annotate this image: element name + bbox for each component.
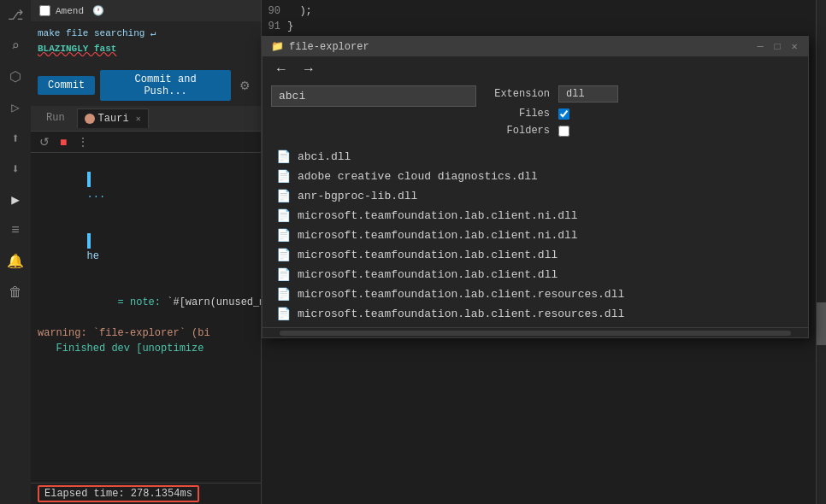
- fe-extension-row: Extension: [490, 85, 618, 103]
- bell-icon[interactable]: 🔔: [3, 249, 27, 273]
- file-icon: 📄: [276, 169, 291, 184]
- fe-file-item[interactable]: 📄microsoft.teamfoundation.lab.client.res…: [263, 304, 808, 324]
- commit-button[interactable]: Commit: [38, 76, 95, 95]
- fe-folders-checkbox[interactable]: [558, 126, 569, 137]
- stop-icon[interactable]: ■: [56, 133, 70, 150]
- file-name: microsoft.teamfoundation.lab.client.reso…: [298, 308, 624, 320]
- file-name: anr-bgproc-lib.dll: [298, 190, 417, 202]
- run-output: ... he = note: `#[warn(unused_mu warning…: [31, 153, 261, 483]
- fe-file-item[interactable]: 📄microsoft.teamfoundation.lab.client.ni.…: [263, 206, 808, 226]
- fe-back-button[interactable]: ←: [271, 62, 292, 77]
- fe-title-icon: 📁: [271, 40, 284, 53]
- output-line: warning: `file-explorer` (bi: [38, 325, 254, 341]
- folders-label: Folders: [490, 125, 550, 137]
- fe-file-item[interactable]: 📄anr-bgproc-lib.dll: [263, 186, 808, 206]
- sc-code-text2: BLAZINGLY fast: [38, 42, 254, 57]
- activity-bar: ⎇ ⌕ ⬡ ▷ ⬆ ⬇ ▶ ≡ 🔔 🗑: [0, 0, 31, 504]
- tauri-tab-label: Tauri: [98, 113, 129, 125]
- fe-titlebar: 📁 file-explorer — □ ✕: [263, 37, 808, 56]
- fe-file-item[interactable]: 📄microsoft.teamfoundation.lab.client.dll: [263, 245, 808, 265]
- file-name: adobe creative cloud diagnostics.dll: [298, 170, 538, 183]
- history-icon: 🕐: [92, 5, 104, 16]
- fe-nav-bar: ← →: [263, 56, 808, 82]
- line-code: );: [287, 3, 312, 19]
- fe-search-input[interactable]: [271, 85, 476, 107]
- file-icon: 📄: [276, 189, 291, 203]
- files-label: Files: [490, 108, 550, 120]
- file-icon: 📄: [276, 149, 291, 164]
- gear-button[interactable]: ⚙: [236, 77, 254, 94]
- output-line: = note: `#[warn(unused_mu: [38, 279, 254, 325]
- line-number: 90: [262, 3, 287, 19]
- vertical-scrollbar[interactable]: [816, 0, 826, 504]
- fe-folders-row: Folders: [490, 125, 618, 137]
- main-content: 90 ); 91 } 📁 file-explorer — □ ✕ ← →: [262, 0, 826, 504]
- fe-title-info: 📁 file-explorer: [271, 40, 369, 53]
- fe-title-text: file-explorer: [289, 41, 369, 53]
- fe-file-item[interactable]: 📄adobe creative cloud diagnostics.dll: [263, 167, 808, 186]
- source-control-icon[interactable]: ⎇: [3, 3, 27, 27]
- file-icon: 📄: [276, 287, 291, 302]
- run-icon[interactable]: ▷: [3, 96, 27, 120]
- file-icon: 📄: [276, 307, 291, 321]
- debug-icon[interactable]: ⬡: [3, 65, 27, 89]
- source-control-panel: Amend 🕐 make file searching ↵ BLAZINGLY …: [31, 0, 262, 504]
- fe-file-item[interactable]: 📄microsoft.teamfoundation.lab.client.res…: [263, 284, 808, 304]
- run-status-bar: Elapsed time: 278.1354ms: [31, 483, 261, 504]
- fe-file-item[interactable]: 📄abci.dll: [263, 147, 808, 167]
- line-code: }: [287, 19, 293, 34]
- code-line-90: 90 );: [262, 3, 527, 19]
- file-name: microsoft.teamfoundation.lab.client.dll: [298, 249, 558, 261]
- file-icon: 📄: [276, 248, 291, 262]
- extension-label: Extension: [490, 88, 550, 100]
- fe-extension-input[interactable]: [558, 85, 618, 103]
- download-icon[interactable]: ⬇: [3, 157, 27, 181]
- fe-horizontal-scrollbar[interactable]: [263, 327, 808, 337]
- fe-hscroll-track: [280, 331, 791, 336]
- code-lines: 90 ); 91 }: [262, 0, 527, 38]
- code-line-91: 91 }: [262, 19, 527, 34]
- upload-icon[interactable]: ⬆: [3, 126, 27, 150]
- fe-file-list: 📄abci.dll📄adobe creative cloud diagnosti…: [263, 144, 808, 327]
- output-line: Finished dev [unoptimize: [38, 341, 254, 356]
- fe-title-controls: — □ ✕: [755, 42, 799, 52]
- fe-forward-button[interactable]: →: [298, 62, 319, 77]
- file-name: microsoft.teamfoundation.lab.client.dll: [298, 268, 558, 281]
- fe-file-item[interactable]: 📄microsoft.teamfoundation.lab.client.ni.…: [263, 226, 808, 245]
- amend-checkbox[interactable]: [39, 5, 50, 16]
- sc-code-text1: make file searching ↵: [38, 26, 254, 42]
- sc-buttons-bar: Commit Commit and Push... ⚙: [31, 65, 261, 106]
- tauri-close-icon[interactable]: ✕: [136, 114, 141, 124]
- fe-maximize-button[interactable]: □: [772, 42, 782, 52]
- output-line: he: [38, 218, 254, 279]
- run-tabs-bar: Run Tauri ✕: [31, 106, 261, 132]
- restart-icon[interactable]: ↺: [36, 133, 53, 150]
- sc-top-bar: Amend 🕐: [31, 0, 261, 21]
- tab-run[interactable]: Run: [38, 108, 74, 129]
- scrollbar-thumb[interactable]: [817, 302, 826, 345]
- file-name: microsoft.teamfoundation.lab.client.ni.d…: [298, 209, 578, 222]
- fe-filters: Extension Files Folders: [490, 85, 618, 137]
- file-icon: 📄: [276, 228, 291, 243]
- tab-tauri[interactable]: Tauri ✕: [77, 108, 149, 128]
- fe-close-button[interactable]: ✕: [789, 42, 799, 52]
- fe-files-checkbox[interactable]: [558, 108, 569, 120]
- fe-files-row: Files: [490, 108, 618, 120]
- play-icon[interactable]: ▶: [3, 188, 27, 212]
- file-icon: 📄: [276, 267, 291, 282]
- search-icon[interactable]: ⌕: [3, 34, 27, 58]
- fe-search-area: Extension Files Folders: [263, 82, 808, 144]
- run-panel: Run Tauri ✕ ↺ ■ ⋮ ... he = note: `#[w: [31, 106, 261, 504]
- trash-icon[interactable]: 🗑: [3, 280, 27, 304]
- file-name: microsoft.teamfoundation.lab.client.reso…: [298, 288, 624, 301]
- output-line: ...: [38, 156, 254, 218]
- line-number: 91: [262, 19, 287, 34]
- commit-push-button[interactable]: Commit and Push...: [100, 70, 231, 101]
- menu-icon[interactable]: ≡: [3, 219, 27, 243]
- file-name: abci.dll: [298, 150, 351, 163]
- fe-minimize-button[interactable]: —: [755, 42, 765, 52]
- sc-message-area: make file searching ↵ BLAZINGLY fast: [31, 21, 261, 62]
- file-name: microsoft.teamfoundation.lab.client.ni.d…: [298, 229, 578, 242]
- fe-file-item[interactable]: 📄microsoft.teamfoundation.lab.client.dll: [263, 265, 808, 284]
- more-icon[interactable]: ⋮: [74, 133, 92, 150]
